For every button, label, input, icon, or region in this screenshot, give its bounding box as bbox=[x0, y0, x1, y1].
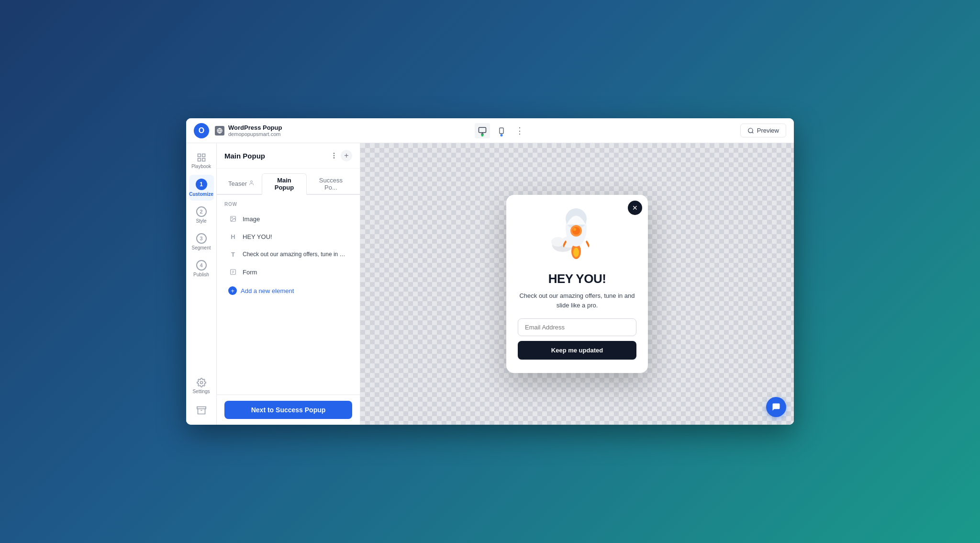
panel-more-icon bbox=[330, 152, 338, 159]
image-item-icon bbox=[228, 214, 238, 224]
tab-success-popup[interactable]: Success Po... bbox=[308, 173, 354, 194]
svg-rect-11 bbox=[202, 158, 205, 161]
mobile-device-btn[interactable] bbox=[494, 123, 509, 138]
svg-point-12 bbox=[200, 382, 202, 384]
add-element-label: Add a new element bbox=[241, 287, 294, 294]
list-item[interactable]: H HEY YOU! bbox=[221, 228, 356, 245]
left-panel: Main Popup + Teaser bbox=[217, 143, 360, 425]
add-element-btn[interactable]: + Add a new element bbox=[221, 283, 356, 299]
main-layout: Playbook 1 Customize 2 Style 3 Segment 4… bbox=[186, 143, 794, 425]
chat-icon bbox=[771, 402, 781, 412]
list-item[interactable]: Image bbox=[221, 210, 356, 227]
heyyou-item-label: HEY YOU! bbox=[243, 233, 272, 240]
segment-label: Segment bbox=[191, 245, 211, 250]
sidebar-item-segment[interactable]: 3 Segment bbox=[189, 229, 214, 254]
close-icon: ✕ bbox=[632, 204, 638, 212]
svg-rect-9 bbox=[202, 154, 205, 157]
svg-point-18 bbox=[251, 181, 253, 183]
svg-rect-10 bbox=[198, 158, 200, 161]
popup-heading: HEY YOU! bbox=[518, 272, 636, 286]
add-panel-btn[interactable]: + bbox=[341, 150, 352, 161]
settings-label: Settings bbox=[192, 389, 210, 394]
svg-point-17 bbox=[334, 158, 334, 158]
sidebar-item-playbook[interactable]: Playbook bbox=[189, 149, 214, 173]
preview-label: Preview bbox=[757, 127, 779, 134]
site-url: demopopupsmart.com bbox=[228, 131, 282, 137]
store-icon bbox=[197, 406, 206, 415]
site-name: WordPress Popup bbox=[228, 124, 282, 131]
popup-subtext: Check out our amazing offers, tune in an… bbox=[518, 291, 636, 310]
header-right: Preview bbox=[600, 124, 786, 137]
tabs-row: Teaser Main Popup Success Po... bbox=[217, 169, 360, 195]
panel-title: Main Popup bbox=[224, 152, 265, 160]
svg-point-27 bbox=[551, 237, 565, 247]
header: O WordPress Popup demopopupsmart.com bbox=[186, 118, 794, 143]
publish-number: 4 bbox=[196, 260, 207, 271]
sidebar-item-store[interactable] bbox=[189, 402, 214, 419]
svg-point-7 bbox=[748, 128, 753, 132]
mobile-active-dot bbox=[501, 134, 503, 136]
popup-image-area bbox=[506, 195, 648, 272]
icon-sidebar: Playbook 1 Customize 2 Style 3 Segment 4… bbox=[186, 143, 217, 425]
popup-close-btn[interactable]: ✕ bbox=[628, 201, 642, 215]
popup-content: HEY YOU! Check out our amazing offers, t… bbox=[506, 272, 648, 360]
more-options-btn[interactable]: ⋮ bbox=[513, 124, 526, 137]
svg-rect-8 bbox=[198, 154, 200, 157]
site-text: WordPress Popup demopopupsmart.com bbox=[228, 124, 282, 137]
app-logo: O bbox=[194, 123, 209, 138]
text-item-icon: T bbox=[228, 249, 238, 259]
playbook-icon bbox=[197, 153, 206, 162]
add-element-icon: + bbox=[228, 286, 237, 295]
image-item-label: Image bbox=[243, 215, 260, 223]
device-switcher: ⋮ bbox=[407, 123, 594, 138]
style-number: 2 bbox=[196, 206, 207, 217]
svg-rect-5 bbox=[500, 128, 503, 134]
svg-point-33 bbox=[572, 227, 580, 235]
next-button[interactable]: Next to Success Popup bbox=[224, 401, 352, 419]
customize-number: 1 bbox=[196, 179, 207, 190]
list-item[interactable]: Form bbox=[221, 263, 356, 281]
row-label: ROW bbox=[217, 200, 360, 210]
browser-window: O WordPress Popup demopopupsmart.com bbox=[186, 118, 794, 425]
svg-point-15 bbox=[334, 153, 334, 154]
svg-rect-13 bbox=[197, 407, 205, 409]
popup-modal: ✕ bbox=[506, 195, 648, 373]
popup-email-input[interactable] bbox=[518, 318, 636, 336]
chat-bubble-btn[interactable] bbox=[766, 397, 786, 417]
site-globe-icon bbox=[215, 126, 224, 136]
tab-teaser[interactable]: Teaser bbox=[223, 173, 261, 194]
style-label: Style bbox=[196, 218, 206, 224]
sidebar-item-customize[interactable]: 1 Customize bbox=[189, 175, 214, 201]
heading-item-icon: H bbox=[228, 232, 238, 241]
svg-point-16 bbox=[334, 155, 334, 156]
left-panel-footer: Next to Success Popup bbox=[217, 395, 360, 425]
desktop-device-btn[interactable] bbox=[475, 123, 490, 138]
segment-number: 3 bbox=[196, 233, 207, 244]
left-panel-header: Main Popup + bbox=[217, 143, 360, 169]
customize-label: Customize bbox=[189, 192, 213, 197]
desktop-active-dot bbox=[481, 134, 484, 136]
svg-point-20 bbox=[232, 217, 233, 218]
popup-submit-btn[interactable]: Keep me updated bbox=[518, 341, 636, 360]
svg-point-34 bbox=[573, 228, 576, 231]
playbook-label: Playbook bbox=[191, 164, 211, 169]
form-item-icon bbox=[228, 267, 238, 277]
sidebar-item-publish[interactable]: 4 Publish bbox=[189, 256, 214, 281]
sidebar-item-settings[interactable]: Settings bbox=[189, 374, 214, 398]
rocket-illustration bbox=[548, 204, 606, 262]
main-popup-tab-label: Main Popup bbox=[268, 177, 301, 191]
teaser-tab-icon bbox=[249, 180, 255, 187]
svg-point-29 bbox=[573, 248, 579, 257]
success-popup-tab-label: Success Po... bbox=[313, 177, 348, 191]
tab-main-popup[interactable]: Main Popup bbox=[262, 173, 307, 195]
checkout-item-label: Check out our amazing offers, tune in an… bbox=[243, 251, 348, 258]
publish-label: Publish bbox=[193, 272, 209, 277]
teaser-tab-label: Teaser bbox=[228, 180, 247, 187]
canvas-area: ✕ bbox=[360, 143, 794, 425]
form-item-label: Form bbox=[243, 269, 257, 276]
list-item[interactable]: T Check out our amazing offers, tune in … bbox=[221, 246, 356, 263]
settings-icon bbox=[197, 378, 206, 387]
preview-button[interactable]: Preview bbox=[740, 124, 786, 137]
sidebar-item-style[interactable]: 2 Style bbox=[189, 203, 214, 227]
site-info: WordPress Popup demopopupsmart.com bbox=[215, 124, 401, 137]
